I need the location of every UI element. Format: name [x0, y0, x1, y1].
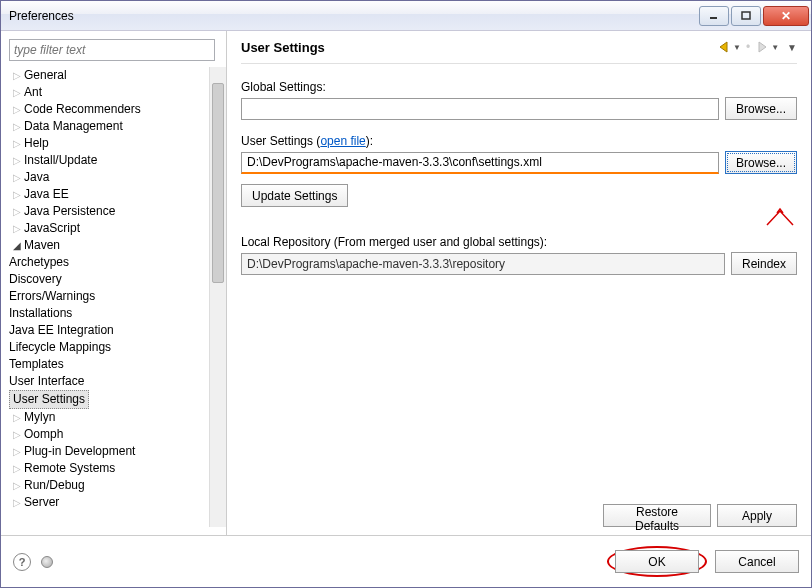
tree-item-label: Server: [24, 494, 59, 511]
window-title: Preferences: [9, 9, 697, 23]
tree-item[interactable]: Installations: [9, 305, 207, 322]
chevron-right-icon[interactable]: ▷: [9, 135, 24, 152]
chevron-right-icon[interactable]: ▷: [9, 409, 24, 426]
chevron-right-icon[interactable]: ▷: [9, 186, 24, 203]
tree-item[interactable]: User Interface: [9, 373, 207, 390]
chevron-right-icon[interactable]: ▷: [9, 101, 24, 118]
tree-item[interactable]: ▷General: [9, 67, 207, 84]
tree-item-label: Templates: [9, 356, 64, 373]
tree-item[interactable]: Lifecycle Mappings: [9, 339, 207, 356]
tree-item-label: Data Management: [24, 118, 123, 135]
content-area: ▷General▷Ant▷Code Recommenders▷Data Mana…: [1, 31, 811, 535]
tree-item[interactable]: ▷Remote Systems: [9, 460, 207, 477]
filter-input[interactable]: [9, 39, 215, 61]
chevron-right-icon[interactable]: ▷: [9, 426, 24, 443]
apply-button[interactable]: Apply: [717, 504, 797, 527]
chevron-right-icon[interactable]: ▷: [9, 169, 24, 186]
cancel-button[interactable]: Cancel: [715, 550, 799, 573]
tree-item[interactable]: Java EE Integration: [9, 322, 207, 339]
tree-item[interactable]: ▷Run/Debug: [9, 477, 207, 494]
chevron-right-icon[interactable]: ▷: [9, 203, 24, 220]
tree-item-label: Remote Systems: [24, 460, 115, 477]
chevron-right-icon[interactable]: ▷: [9, 67, 24, 84]
tree-item-label: User Interface: [9, 373, 84, 390]
global-settings-row: Global Settings: Browse...: [241, 80, 797, 120]
scroll-thumb[interactable]: [212, 83, 224, 283]
ok-button[interactable]: OK: [615, 550, 699, 573]
tree-item[interactable]: Archetypes: [9, 254, 207, 271]
update-row: Update Settings: [241, 184, 797, 207]
preferences-window: Preferences ✕ ▷General▷Ant▷Code Recommen…: [0, 0, 812, 588]
tree-item-label: Install/Update: [24, 152, 97, 169]
chevron-right-icon[interactable]: ▷: [9, 460, 24, 477]
tree-item[interactable]: ▷Java Persistence: [9, 203, 207, 220]
chevron-right-icon[interactable]: ▷: [9, 443, 24, 460]
back-icon[interactable]: [717, 39, 733, 55]
local-repo-row: Local Repository (From merged user and g…: [241, 235, 797, 275]
chevron-down-icon[interactable]: ◢: [9, 237, 24, 254]
user-settings-row: User Settings (open file): Browse...: [241, 134, 797, 174]
footer-icons: ?: [13, 553, 53, 571]
tree-item[interactable]: ▷Data Management: [9, 118, 207, 135]
forward-icon[interactable]: [755, 39, 771, 55]
page-title: User Settings: [241, 40, 717, 55]
tree-item-label: User Settings: [9, 390, 89, 409]
nav-separator: •: [746, 40, 750, 54]
tree-item-label: Run/Debug: [24, 477, 85, 494]
annotation-arrow-icon: [763, 207, 797, 230]
annotation-ok-circle: OK: [607, 546, 707, 577]
tree-item[interactable]: ▷Mylyn: [9, 409, 207, 426]
maximize-button[interactable]: [731, 6, 761, 26]
chevron-right-icon[interactable]: ▷: [9, 477, 24, 494]
tree-item[interactable]: ▷Server: [9, 494, 207, 511]
tree-item[interactable]: Templates: [9, 356, 207, 373]
tree-item[interactable]: ▷JavaScript: [9, 220, 207, 237]
reindex-button[interactable]: Reindex: [731, 252, 797, 275]
tree-item[interactable]: ▷Plug-in Development: [9, 443, 207, 460]
chevron-right-icon[interactable]: ▷: [9, 220, 24, 237]
tree-item[interactable]: ▷Help: [9, 135, 207, 152]
global-settings-input[interactable]: [241, 98, 719, 120]
tree-item[interactable]: Discovery: [9, 271, 207, 288]
dialog-footer: ? OK Cancel: [1, 535, 811, 587]
minimize-button[interactable]: [699, 6, 729, 26]
tree-item-label: Help: [24, 135, 49, 152]
tree-item[interactable]: ◢Maven: [9, 237, 207, 254]
tree-item[interactable]: ▷Java: [9, 169, 207, 186]
global-browse-button[interactable]: Browse...: [725, 97, 797, 120]
tree-scrollbar[interactable]: [209, 67, 226, 527]
tree-item[interactable]: ▷Code Recommenders: [9, 101, 207, 118]
menu-dropdown-icon[interactable]: ▼: [787, 42, 797, 53]
update-settings-button[interactable]: Update Settings: [241, 184, 348, 207]
tree-item-label: Plug-in Development: [24, 443, 135, 460]
tree-item[interactable]: ▷Java EE: [9, 186, 207, 203]
tree-item-label: Ant: [24, 84, 42, 101]
chevron-right-icon[interactable]: ▷: [9, 152, 24, 169]
tree-item[interactable]: User Settings: [9, 390, 207, 409]
tree-item-label: Code Recommenders: [24, 101, 141, 118]
tree-item[interactable]: ▷Oomph: [9, 426, 207, 443]
tree-item-label: JavaScript: [24, 220, 80, 237]
open-file-link[interactable]: open file: [320, 134, 365, 148]
tree-item[interactable]: ▷Install/Update: [9, 152, 207, 169]
chevron-right-icon[interactable]: ▷: [9, 118, 24, 135]
tree-item-label: Installations: [9, 305, 72, 322]
restore-defaults-button[interactable]: Restore Defaults: [603, 504, 711, 527]
help-icon[interactable]: ?: [13, 553, 31, 571]
chevron-right-icon[interactable]: ▷: [9, 84, 24, 101]
tree-item-label: Discovery: [9, 271, 62, 288]
forward-dropdown-icon[interactable]: ▼: [771, 43, 779, 52]
left-pane: ▷General▷Ant▷Code Recommenders▷Data Mana…: [1, 31, 226, 535]
user-settings-input[interactable]: [241, 152, 719, 174]
tree-item-label: Archetypes: [9, 254, 69, 271]
chevron-right-icon[interactable]: ▷: [9, 494, 24, 511]
back-dropdown-icon[interactable]: ▼: [733, 43, 741, 52]
tree-item[interactable]: ▷Ant: [9, 84, 207, 101]
user-browse-button[interactable]: Browse...: [725, 151, 797, 174]
preferences-tree[interactable]: ▷General▷Ant▷Code Recommenders▷Data Mana…: [9, 67, 209, 527]
tree-item-label: Lifecycle Mappings: [9, 339, 111, 356]
status-dot-icon[interactable]: [41, 556, 53, 568]
tree-item[interactable]: Errors/Warnings: [9, 288, 207, 305]
close-button[interactable]: ✕: [763, 6, 809, 26]
local-repo-input: [241, 253, 725, 275]
